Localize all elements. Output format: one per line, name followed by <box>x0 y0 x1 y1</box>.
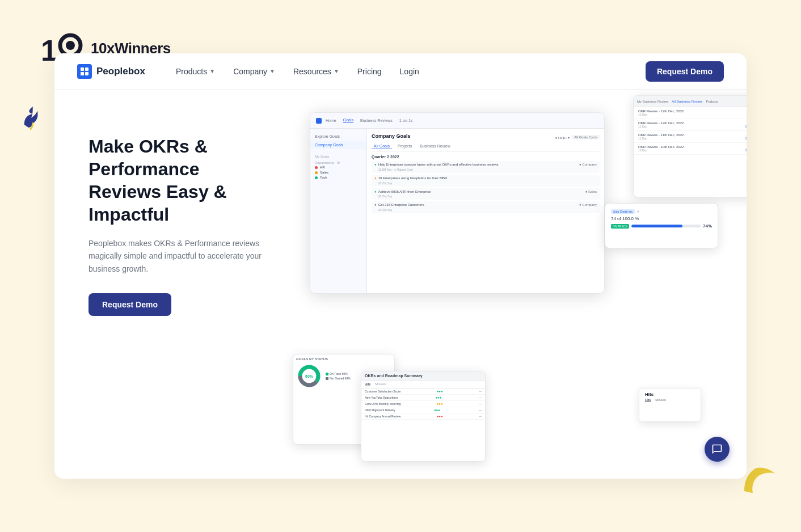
hr-dot <box>315 166 318 169</box>
hits-tabs: Hits Misses <box>645 398 695 402</box>
donut-chart: 60% <box>296 363 322 389</box>
hits-title: Hits <box>645 392 695 397</box>
svg-point-2 <box>66 41 75 50</box>
dept-hr: HR <box>315 166 362 169</box>
hero-subtitle: Peoplebox makes OKRs & Performance revie… <box>88 237 270 275</box>
chat-button[interactable] <box>705 437 730 462</box>
br-header: My Business Review All Business Review P… <box>634 96 747 107</box>
nav-request-demo-button[interactable]: Request Demo <box>646 61 724 82</box>
br-row-3: OKR Review - 11th Dec, 2022 11 Dec Sched… <box>634 131 747 143</box>
main-card: Peoplebox Products ▼ Company ▼ Resources… <box>54 53 747 479</box>
hits-tab: Hits <box>645 398 651 402</box>
navbar: Peoplebox Products ▼ Company ▼ Resources… <box>54 53 747 90</box>
dash-header: Home Goals Business Reviews 1-on-1s <box>310 113 604 129</box>
hero-right: Home Goals Business Reviews 1-on-1s Expl… <box>293 90 747 479</box>
outer-background: 1 10xWinners GO BEYOND ! <box>0 0 801 532</box>
nav-links: Products ▼ Company ▼ Resources ▼ Pricing… <box>168 62 641 81</box>
screenshot-hits-card: Hits Hits Misses <box>639 388 701 422</box>
okr-header: OKRs and Roadmap Summary <box>361 371 485 381</box>
goal-item-1: ● Help Enterprises execute faster with g… <box>372 161 600 173</box>
svg-rect-5 <box>81 72 84 75</box>
screenshot-business-reviews: My Business Review All Business Review P… <box>633 95 747 197</box>
resources-chevron: ▼ <box>334 68 339 74</box>
screenshot-main-dashboard: Home Goals Business Reviews 1-on-1s Expl… <box>310 112 605 294</box>
nav-products[interactable]: Products ▼ <box>168 62 223 81</box>
svg-rect-3 <box>81 67 84 71</box>
okr-row-2: New YouTube Subscribers ●●● — <box>361 395 485 401</box>
dept-sales: Sales <box>315 171 362 174</box>
screenshot-okr-summary: OKRs and Roadmap Summary Hits Misses Cus… <box>361 371 486 462</box>
okr-row-5: Hit Company Annual Review ●●● — <box>361 413 485 420</box>
autocheckin-value: 74 of 100.0 % <box>611 216 712 221</box>
goal-item-3: ● Achieve 500k ARR from Enterprise 20 Ob… <box>372 188 600 200</box>
okr-row-1: Customer Satisfaction Score ●●● — <box>361 389 485 395</box>
hero-left: Make OKRs & Performance Reviews Easy & I… <box>54 90 293 479</box>
sales-dot <box>315 171 318 174</box>
dash-logo-small <box>316 118 322 124</box>
nav-pricing[interactable]: Pricing <box>349 62 390 81</box>
nav-brand-name: Peoplebox <box>96 66 145 77</box>
okr-row-3: Grow 20% Monthly recurring ●●● — <box>361 401 485 407</box>
deco-bird-icon <box>12 98 50 140</box>
hero-request-demo-button[interactable]: Request Demo <box>88 293 171 316</box>
autocheckin-progress-bar <box>631 225 701 227</box>
screenshot-autocheckin: Auto Check-ins × 74 of 100.0 % ON TRACK … <box>605 203 718 248</box>
goal-item-2: ● 10 Enterprises using Peoplebox for the… <box>372 175 600 187</box>
br-row-4: OKR Review - 10th Dec, 2022 10 Dec Sched… <box>634 143 747 155</box>
okr-row-4: OKR Alignment Delivery ●●● — <box>361 407 485 413</box>
svg-rect-4 <box>85 67 88 71</box>
hero-title: Make OKRs & Performance Reviews Easy & I… <box>88 135 270 226</box>
br-row-2: OKR Review - 12th Dec, 2022 12 Dec Sched… <box>634 119 747 131</box>
sidebar-explore-goals: Explore Goals <box>310 132 366 141</box>
dash-main: Company Goals ● Help+ ▾ All Goals Cycle … <box>367 129 604 293</box>
dash-body: Explore Goals Company Goals My Goals Dep… <box>310 129 604 293</box>
dash-sidebar: Explore Goals Company Goals My Goals Dep… <box>310 129 367 293</box>
dash-filter-tabs: All Goals Projects Business Review <box>372 143 600 151</box>
on-track-label: ON TRACK <box>611 224 629 229</box>
sidebar-company-goals: Company Goals <box>310 141 366 149</box>
hero-section: Make OKRs & Performance Reviews Easy & I… <box>54 90 747 479</box>
svg-text:60%: 60% <box>305 374 314 378</box>
goal-item-4: ● Get 218 Enterprise Customers 20 Obj Sa… <box>372 201 600 213</box>
nav-resources[interactable]: Resources ▼ <box>285 62 347 81</box>
nav-login[interactable]: Login <box>392 62 427 81</box>
company-chevron: ▼ <box>269 68 275 74</box>
misses-tab: Misses <box>655 398 666 402</box>
nav-brand: Peoplebox <box>77 64 145 79</box>
nav-brand-icon <box>77 64 92 79</box>
products-chevron: ▼ <box>209 68 215 74</box>
br-row-1: OKR Review - 12th Dec, 2022 12 Dec Postp… <box>634 107 747 119</box>
nav-company[interactable]: Company ▼ <box>225 62 283 81</box>
dept-tech: Tech <box>315 176 362 179</box>
tech-dot <box>315 176 318 179</box>
autocheckin-badge: Auto Check-ins <box>611 209 635 214</box>
svg-rect-6 <box>85 72 88 75</box>
